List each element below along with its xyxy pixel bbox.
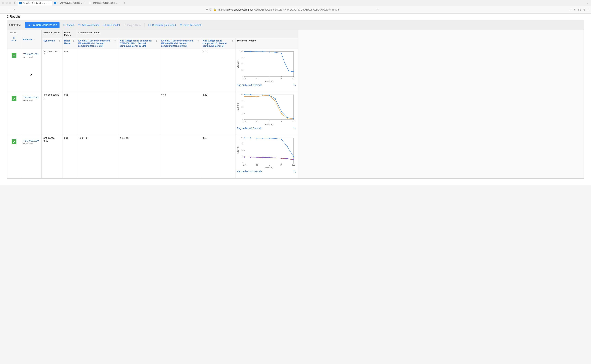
svg-text:100: 100 xyxy=(240,137,243,139)
row-checkbox[interactable] xyxy=(12,96,16,101)
tab-favicon-icon xyxy=(89,2,91,4)
svg-text:100: 100 xyxy=(292,164,295,166)
tab-close-icon[interactable]: × xyxy=(119,2,120,4)
svg-text:0.1: 0.1 xyxy=(256,78,258,79)
customize-report-button[interactable]: Customize your report xyxy=(148,24,176,26)
sort-icon[interactable]: ▲▼ xyxy=(232,39,233,42)
tabs-overflow-icon[interactable]: ⌄ xyxy=(586,1,588,4)
svg-rect-91 xyxy=(245,138,294,163)
svg-text:75: 75 xyxy=(241,57,244,58)
maximize-window-icon[interactable] xyxy=(9,2,11,4)
bookmark-star-icon[interactable]: ☆ xyxy=(377,8,379,11)
ic50-a-column-header[interactable]: ▲▼ IC50 (uM) [Second compound: ITEM-0001… xyxy=(76,38,118,49)
expand-icon[interactable] xyxy=(293,170,296,173)
sort-icon[interactable]: ▲▼ xyxy=(114,39,116,42)
svg-text:1: 1 xyxy=(269,164,270,166)
expand-icon[interactable] xyxy=(293,127,296,130)
ic50-b-cell xyxy=(118,92,159,135)
svg-text:0: 0 xyxy=(242,162,243,164)
flag-outliers-override-link[interactable]: Flag outliers & Override xyxy=(237,127,262,130)
browser-tab[interactable]: chemical structures of perfume × xyxy=(87,0,122,6)
synonyms-column-header[interactable]: ▲▼ Synonyms xyxy=(42,38,62,49)
new-tab-button[interactable]: ＋ xyxy=(122,1,127,5)
tab-favicon-icon xyxy=(54,2,56,4)
browser-tab-active[interactable]: Search - Collaborative Drug Dis × xyxy=(17,0,52,6)
lock-icon[interactable]: 🔒 xyxy=(213,8,216,11)
molecule-fields-group-header: Molecule Fields xyxy=(42,30,62,38)
build-model-button[interactable]: Build model xyxy=(103,24,120,26)
close-window-icon[interactable] xyxy=(2,2,4,4)
select-column-header: Select… all none xyxy=(7,30,21,49)
reader-icon[interactable]: ◰ xyxy=(569,8,571,11)
row-checkbox[interactable] xyxy=(12,139,16,144)
collection-icon xyxy=(78,24,81,26)
downloads-icon[interactable]: ⬇ xyxy=(574,8,576,11)
plot-column-header: Plot conc - vitality xyxy=(235,38,298,49)
plot-cell: 02550751000.010.1110100conc (uM)vitality… xyxy=(235,92,298,135)
svg-text:75: 75 xyxy=(241,100,244,102)
expand-icon[interactable] xyxy=(293,84,296,86)
minimize-window-icon[interactable] xyxy=(6,2,8,4)
tab-label: Search - Collaborative Drug Dis xyxy=(23,2,47,4)
toolbar-divider xyxy=(144,23,145,27)
select-none-link[interactable]: none xyxy=(9,39,19,42)
window-controls[interactable] xyxy=(1,2,12,4)
forward-button[interactable]: → xyxy=(7,8,10,11)
address-bar[interactable]: ⛨ ⓘ 🔒 https://app.collaborativedrug.com/… xyxy=(206,8,379,12)
svg-text:0.1: 0.1 xyxy=(256,164,258,166)
svg-text:0: 0 xyxy=(242,119,243,120)
batch-fields-group-header: Batch Fields xyxy=(62,30,76,38)
svg-text:conc (uM): conc (uM) xyxy=(266,124,273,125)
permissions-icon[interactable]: ⓘ xyxy=(210,8,212,11)
item-link[interactable]: ITEM-0001092 xyxy=(23,53,39,56)
reload-button[interactable]: ⟳ xyxy=(12,8,16,11)
sort-icon[interactable]: ▲▼ xyxy=(73,39,74,42)
dropdown-icon[interactable]: ▼ xyxy=(33,38,35,40)
svg-text:vitality (%): vitality (%) xyxy=(237,146,239,154)
svg-point-2 xyxy=(28,24,30,26)
save-search-button[interactable]: Save this search xyxy=(180,24,202,26)
tab-close-icon[interactable]: × xyxy=(84,2,85,4)
mouse-cursor-icon: ➤ xyxy=(30,73,32,76)
plot-cell: 02550751000.010.1110100conc (uM)vitality… xyxy=(235,135,298,178)
sort-icon[interactable]: ▲▼ xyxy=(156,39,157,42)
sidebar-toggle-icon[interactable] xyxy=(14,1,17,4)
ic50-c-column-header[interactable]: ▲▼ IC50 (uM) [Second compound: ITEM-0001… xyxy=(159,38,201,49)
ic50-d-column-header[interactable]: ▲▼ IC50 (uM) [Second compound: Ø, Second… xyxy=(201,38,235,49)
flag-outliers-button[interactable]: Flag outliers xyxy=(124,24,140,26)
select-all-link[interactable]: all xyxy=(9,36,19,39)
molecule-column-header[interactable]: Molecule ▼ xyxy=(21,30,42,49)
svg-rect-13 xyxy=(149,24,151,26)
sort-icon[interactable]: ▲▼ xyxy=(197,39,199,42)
svg-text:1: 1 xyxy=(269,121,270,123)
ic50-b-cell: < 0.0100 xyxy=(118,135,159,178)
account-icon[interactable]: ◯ xyxy=(578,8,581,11)
extensions-icon[interactable]: ✥ xyxy=(583,8,585,11)
ic50-b-column-header[interactable]: ▲▼ IC50 (uM) [Second compound: ITEM-0001… xyxy=(118,38,159,49)
sort-icon[interactable]: ▲▼ xyxy=(59,39,60,42)
browser-chrome: Search - Collaborative Drug Dis × ITEM-0… xyxy=(0,0,591,14)
batch-name-column-header[interactable]: ▲▼ Batch Name xyxy=(62,38,76,49)
add-to-collection-button[interactable]: Add to collection xyxy=(78,24,100,26)
ic50-d-cell: 10.7 xyxy=(201,49,235,92)
export-button[interactable]: Export xyxy=(63,24,74,26)
results-heading: 3 Results xyxy=(7,15,584,19)
ic50-c-cell: 4.43 xyxy=(159,92,201,135)
page-content: 3 Results 3 Selected: Launch Visualizati… xyxy=(0,14,591,185)
menu-icon[interactable]: ≡ xyxy=(588,8,589,11)
svg-text:100: 100 xyxy=(292,78,295,79)
browser-tab[interactable]: ITEM-0001091 - Collaborative D × xyxy=(52,0,87,6)
svg-text:vitality (%): vitality (%) xyxy=(237,103,239,111)
item-link[interactable]: ITEM-0001090 xyxy=(23,139,39,142)
svg-text:25: 25 xyxy=(241,69,244,71)
flag-outliers-override-link[interactable]: Flag outliers & Override xyxy=(237,84,262,86)
tab-close-icon[interactable]: × xyxy=(49,2,50,4)
launch-visualization-button[interactable]: Launch Visualization xyxy=(25,22,59,28)
back-button[interactable]: ← xyxy=(2,8,5,11)
flag-outliers-override-link[interactable]: Flag outliers & Override xyxy=(237,170,262,173)
item-link[interactable]: ITEM-0001091 xyxy=(23,96,39,99)
row-checkbox[interactable] xyxy=(12,53,16,58)
molecule-cell: ITEM-0001092 Neverland ➤ xyxy=(21,49,42,92)
shield-icon[interactable]: ⛨ xyxy=(206,8,208,11)
ic50-a-cell xyxy=(76,49,118,92)
